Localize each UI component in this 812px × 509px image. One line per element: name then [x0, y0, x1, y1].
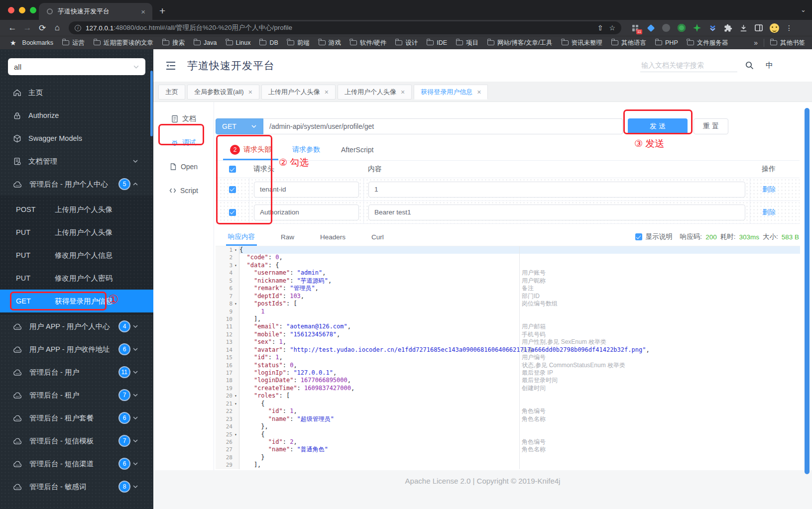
bookmark-item[interactable]: Java [194, 39, 217, 47]
line-number[interactable]: 5 [216, 277, 239, 285]
header-value-input[interactable] [368, 204, 745, 220]
delete-link[interactable]: 删除 [762, 185, 776, 194]
sidepanel-icon[interactable] [754, 23, 764, 33]
line-number[interactable]: 26 [216, 438, 239, 446]
back-icon[interactable]: ← [5, 23, 20, 33]
bookmark-item[interactable]: 其他语言 [611, 39, 646, 47]
extension-grid-icon[interactable]: 11 [630, 23, 640, 33]
line-number[interactable]: 13 [216, 338, 239, 346]
close-tab-icon[interactable]: × [139, 7, 147, 16]
doc-tab[interactable]: 获得登录用户信息× [414, 85, 488, 100]
response-tab[interactable]: 响应内容 [228, 228, 255, 246]
line-number[interactable]: 28 [216, 454, 239, 461]
traffic-lights[interactable] [8, 7, 36, 13]
sidebar-scrollbar[interactable] [150, 71, 153, 136]
request-tab[interactable]: AfterScript [334, 139, 380, 160]
line-number[interactable]: 2 [216, 254, 239, 261]
line-number[interactable]: 23 [216, 415, 239, 423]
line-number[interactable]: 18 [216, 377, 239, 384]
request-tab[interactable]: 2请求头部 [223, 139, 278, 160]
close-icon[interactable]: × [248, 88, 252, 96]
line-number[interactable]: 1▾ [216, 246, 239, 254]
extension-chevrons-icon[interactable] [707, 23, 717, 33]
doc-tab[interactable]: 上传用户个人头像× [338, 85, 412, 100]
line-number[interactable]: 20▾ [216, 392, 239, 400]
sidebar-item[interactable]: 管理后台 - 用户个人中心5 [0, 173, 153, 196]
address-bar[interactable]: i 127.0.0.1:48080/doc.html#/all/管理后台%20-… [69, 21, 621, 34]
share-icon[interactable]: ⇧ [597, 24, 603, 32]
puzzle-icon[interactable] [723, 23, 733, 33]
line-number[interactable]: 15 [216, 354, 239, 361]
response-tab[interactable]: Curl [371, 228, 384, 246]
line-number[interactable]: 21▾ [216, 400, 239, 407]
sidebar-item[interactable]: Swagger Models [0, 127, 153, 150]
sidebar-item[interactable]: 主页 [0, 81, 153, 104]
method-select[interactable]: GET [216, 118, 263, 134]
line-number[interactable]: 29 [216, 461, 239, 469]
bookmark-item[interactable]: 设计 [395, 39, 418, 47]
sidebar-api-item[interactable]: PUT上传用户个人头像 [0, 221, 153, 244]
sidebar-api-item[interactable]: PUT修改用户个人密码 [0, 267, 153, 290]
bookmark-item[interactable]: 文件服务器 [687, 39, 728, 47]
row-checkbox[interactable] [229, 186, 236, 193]
row-checkbox[interactable] [229, 209, 236, 216]
bookmarks-overflow-icon[interactable]: » [754, 39, 758, 47]
line-number[interactable]: 19 [216, 385, 239, 392]
site-info-icon[interactable]: i [75, 25, 81, 31]
collapse-menu-icon[interactable] [165, 61, 176, 71]
bookmark-item[interactable]: PHP [655, 39, 678, 47]
minimize-window-icon[interactable] [19, 7, 25, 13]
bookmark-item[interactable]: 前端 [287, 39, 310, 47]
bookmark-item[interactable]: 资讯未整理 [562, 39, 603, 47]
maximize-window-icon[interactable] [30, 7, 36, 13]
reload-icon[interactable]: ⟳ [35, 23, 50, 33]
search-icon[interactable] [745, 61, 754, 70]
header-value-input[interactable] [368, 182, 745, 198]
doc-tab[interactable]: 主页 [158, 85, 185, 100]
close-window-icon[interactable] [8, 7, 14, 13]
sidebar-item[interactable]: 管理后台 - 敏感词8 [0, 475, 153, 498]
extension-star-icon[interactable] [692, 23, 702, 33]
reset-button[interactable]: 重 置 [694, 118, 728, 134]
response-tab[interactable]: Headers [320, 228, 346, 246]
debug-nav-item[interactable]: 调试 [153, 131, 214, 155]
bookmark-item[interactable]: IDE [427, 39, 447, 47]
bookmark-item[interactable]: 项目 [456, 39, 478, 47]
browser-tab[interactable]: 芋道快速开发平台 × [39, 3, 152, 20]
language-toggle[interactable]: 中 [766, 61, 773, 70]
bookmark-item[interactable]: 网站/博客/文章/工具 [487, 39, 552, 47]
line-number[interactable]: 14 [216, 346, 239, 354]
sidebar-item[interactable]: 管理后台 - 租户7 [0, 384, 153, 407]
sidebar-item[interactable]: 管理后台 - 租户套餐6 [0, 407, 153, 429]
sidebar-item[interactable]: 管理后台 - 短信渠道6 [0, 452, 153, 475]
line-number[interactable]: 11 [216, 323, 239, 330]
new-tab-button[interactable]: + [159, 5, 165, 20]
line-number[interactable]: 4 [216, 269, 239, 277]
line-number[interactable]: 25▾ [216, 431, 239, 438]
close-icon[interactable]: × [477, 88, 481, 96]
bookmarks-root[interactable]: ★ Bookmarks [7, 39, 53, 47]
line-number[interactable]: 6 [216, 285, 239, 292]
header-name-input[interactable] [254, 204, 359, 220]
browser-menu-icon[interactable]: ⋮ [786, 24, 793, 32]
close-icon[interactable]: × [325, 88, 329, 96]
group-select[interactable]: all [8, 58, 145, 75]
debug-nav-item[interactable]: Script [153, 179, 214, 203]
extension-kite-icon[interactable] [646, 23, 656, 33]
bookmark-item[interactable]: 运营 [62, 39, 85, 47]
extension-dark-icon[interactable] [661, 23, 671, 33]
bookmark-item[interactable]: DB [259, 39, 278, 47]
doc-tab[interactable]: 上传用户个人头像× [261, 85, 336, 100]
bookmark-item[interactable]: 软件/硬件 [350, 39, 386, 47]
sidebar-item[interactable]: Authorize [0, 104, 153, 127]
main-scrollbar[interactable] [805, 108, 810, 474]
delete-link[interactable]: 删除 [762, 208, 776, 217]
sidebar-item[interactable]: 文档管理 [0, 150, 153, 173]
debug-nav-item[interactable]: 文档 [153, 107, 214, 131]
close-icon[interactable]: × [401, 88, 405, 96]
line-number[interactable]: 7 [216, 293, 239, 300]
sidebar-api-item[interactable]: PUT修改用户个人信息 [0, 244, 153, 267]
header-name-input[interactable] [254, 182, 359, 198]
request-url-input[interactable] [263, 118, 623, 134]
line-number[interactable]: 8▾ [216, 300, 239, 307]
